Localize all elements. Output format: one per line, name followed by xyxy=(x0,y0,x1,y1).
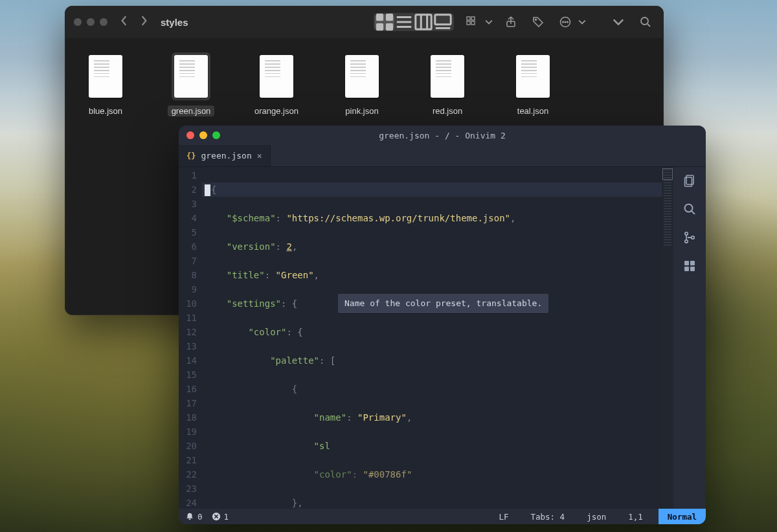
editor-window: green.json - / - Onivim 2 {} green.json … xyxy=(179,126,706,524)
status-eol[interactable]: LF xyxy=(492,512,515,522)
svg-rect-18 xyxy=(685,177,692,186)
finder-traffic-lights[interactable] xyxy=(74,18,107,26)
source-control-icon[interactable] xyxy=(682,230,697,245)
editor-tab[interactable]: {} green.json ✕ xyxy=(179,145,271,166)
file-label: blue.json xyxy=(85,105,126,116)
tab-close-button[interactable]: ✕ xyxy=(257,151,262,161)
icon-view-button[interactable] xyxy=(375,14,394,30)
status-cursor-pos[interactable]: 1,1 xyxy=(622,512,649,522)
svg-point-11 xyxy=(535,19,537,21)
file-label: teal.json xyxy=(513,105,552,116)
search-button[interactable] xyxy=(636,13,655,31)
code-area[interactable]: 123 456 789 101112 131415 161718 192021 … xyxy=(179,167,673,509)
column-view-button[interactable] xyxy=(414,14,433,30)
forward-button[interactable] xyxy=(140,15,148,29)
svg-rect-3 xyxy=(386,23,393,30)
finder-folder-title: styles xyxy=(161,17,188,28)
file-icon xyxy=(345,55,379,98)
svg-rect-9 xyxy=(471,21,475,25)
minimap[interactable] xyxy=(662,167,673,509)
svg-point-16 xyxy=(641,17,648,25)
file-icon xyxy=(174,55,208,98)
svg-rect-23 xyxy=(684,261,689,265)
svg-rect-2 xyxy=(376,23,383,30)
tab-filename: green.json xyxy=(201,151,251,161)
list-view-button[interactable] xyxy=(394,14,414,30)
editor-window-title: green.json - / - Onivim 2 xyxy=(379,131,506,140)
file-item[interactable]: red.json xyxy=(422,52,473,116)
svg-rect-24 xyxy=(690,261,695,265)
file-item[interactable]: pink.json xyxy=(337,52,387,116)
file-label: red.json xyxy=(429,105,466,116)
file-icon xyxy=(431,55,464,98)
notifications-indicator[interactable]: 0 xyxy=(185,512,203,522)
status-vim-mode: Normal xyxy=(659,509,706,524)
json-badge-icon: {} xyxy=(186,151,196,161)
group-icon xyxy=(463,13,481,31)
svg-rect-17 xyxy=(686,175,693,184)
status-language[interactable]: json xyxy=(580,512,613,522)
gallery-view-button[interactable] xyxy=(433,14,453,30)
svg-point-14 xyxy=(565,21,566,23)
file-item[interactable]: blue.json xyxy=(80,52,131,116)
svg-rect-6 xyxy=(467,17,470,20)
actions-menu[interactable] xyxy=(556,13,586,31)
file-item[interactable]: teal.json xyxy=(508,52,558,116)
errors-indicator[interactable]: 1 xyxy=(212,512,229,522)
back-button[interactable] xyxy=(120,15,128,29)
file-item[interactable]: orange.json xyxy=(251,52,302,116)
finder-file-grid: blue.json green.json orange.json pink.js… xyxy=(65,38,664,131)
file-icon xyxy=(516,55,550,98)
extensions-icon[interactable] xyxy=(682,259,697,273)
editor-tabbar: {} green.json ✕ xyxy=(179,145,706,167)
svg-rect-8 xyxy=(467,21,470,25)
gutter: 123 456 789 101112 131415 161718 192021 … xyxy=(179,167,202,509)
editor-traffic-lights[interactable] xyxy=(186,131,220,139)
editor-body: 123 456 789 101112 131415 161718 192021 … xyxy=(179,167,706,509)
status-bar: 0 1 LF Tabs: 4 json 1,1 Normal xyxy=(179,509,706,524)
group-menu[interactable] xyxy=(463,13,493,31)
svg-rect-1 xyxy=(386,14,393,21)
search-icon[interactable] xyxy=(682,202,697,216)
file-label: green.json xyxy=(168,105,215,116)
share-button[interactable] xyxy=(502,13,520,31)
svg-rect-25 xyxy=(684,267,689,271)
svg-point-19 xyxy=(685,205,693,212)
code-content[interactable]: { "$schema": "https://schemas.wp.org/tru… xyxy=(202,167,662,509)
activity-bar xyxy=(673,167,706,509)
chevron-down-small-icon[interactable] xyxy=(609,13,627,31)
editor-titlebar: green.json - / - Onivim 2 xyxy=(179,126,706,145)
file-label: pink.json xyxy=(341,105,382,116)
svg-point-15 xyxy=(567,21,569,23)
chevron-down-icon xyxy=(578,13,586,31)
file-icon xyxy=(89,55,122,98)
file-icon xyxy=(260,55,293,98)
svg-rect-4 xyxy=(416,15,431,30)
svg-point-20 xyxy=(685,232,688,235)
svg-point-13 xyxy=(563,21,564,23)
file-label: orange.json xyxy=(251,105,302,116)
svg-rect-0 xyxy=(376,14,383,21)
view-mode-switcher[interactable] xyxy=(374,13,454,31)
svg-rect-5 xyxy=(435,15,451,25)
file-item[interactable]: green.json xyxy=(166,52,216,116)
finder-toolbar: styles xyxy=(65,6,664,38)
svg-point-21 xyxy=(685,240,688,243)
more-icon xyxy=(556,13,574,31)
tags-button[interactable] xyxy=(529,13,547,31)
files-icon[interactable] xyxy=(682,173,697,188)
status-indent[interactable]: Tabs: 4 xyxy=(524,512,571,522)
svg-rect-26 xyxy=(690,267,695,271)
chevron-down-icon xyxy=(485,13,493,31)
svg-point-22 xyxy=(692,236,694,239)
svg-rect-7 xyxy=(471,17,475,20)
hover-tooltip: Name of the color preset, translatable. xyxy=(338,294,548,313)
